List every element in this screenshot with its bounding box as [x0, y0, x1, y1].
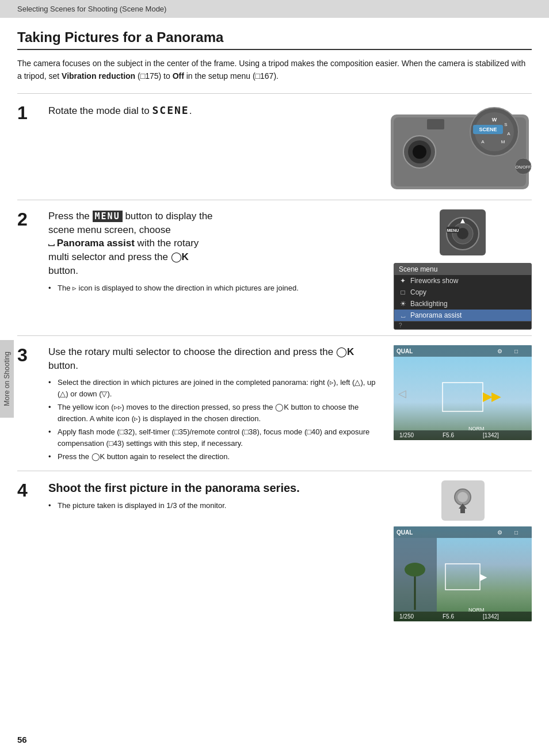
step-3-bullet-3: Apply flash mode (□32), self-timer (□35)…	[48, 426, 384, 449]
svg-rect-25	[394, 345, 532, 357]
step-3-bullet-2: The yellow icon (▹▹) moves to the direct…	[48, 402, 384, 424]
intro-bold: Vibration reduction	[62, 71, 135, 81]
svg-text:SCENE: SCENE	[479, 127, 497, 132]
step-1-body: Rotate the mode dial to SCENE.	[48, 103, 532, 194]
svg-text:⚙: ⚙	[497, 348, 502, 354]
svg-text:[1342]: [1342]	[483, 432, 499, 438]
step-2: 2 Press the MENU button to display thesc…	[17, 200, 532, 335]
svg-rect-41	[460, 509, 465, 513]
step-4: 4 Shoot the first picture in the panoram…	[17, 471, 532, 627]
panorama-assist-label: ⎵ Panorama assist	[48, 238, 135, 249]
svg-text:W: W	[492, 117, 497, 123]
header-bar: Selecting Scenes for Shooting (Scene Mod…	[0, 0, 549, 18]
scene-menu-item-backlighting: ☀ Backlighting	[394, 298, 531, 310]
svg-text:[1342]: [1342]	[483, 613, 499, 620]
step-3-bullets: Select the direction in which pictures a…	[48, 377, 384, 463]
step-3-bullet-1: Select the direction in which pictures a…	[48, 377, 384, 399]
page-title: Taking Pictures for a Panorama	[17, 29, 532, 50]
step-1-image: W S A M A SCENE ON/OFF	[388, 103, 532, 194]
svg-text:▶: ▶	[480, 572, 487, 582]
step-4-number: 4	[17, 480, 40, 501]
intro-paragraph: The camera focuses on the subject in the…	[17, 57, 532, 83]
svg-point-39	[458, 492, 468, 502]
svg-point-49	[405, 563, 425, 576]
svg-text:F5.6: F5.6	[443, 432, 454, 438]
fireworks-label: Fireworks show	[410, 277, 458, 285]
svg-text:QUAL: QUAL	[396, 529, 413, 536]
svg-rect-16	[427, 119, 444, 129]
backlighting-icon: ☀	[399, 300, 407, 308]
backlighting-label: Backlighting	[410, 300, 448, 308]
step-1-scene: SCENE	[152, 104, 189, 116]
shoot-icon-box	[441, 480, 485, 521]
svg-text:QUAL: QUAL	[396, 348, 413, 354]
svg-text:A: A	[507, 131, 510, 136]
step-3-image: QUAL ⚙ □ ◁ ▶▶ 1/250 F5.6 [1342]	[394, 345, 532, 442]
panorama-label: Panorama assist	[410, 311, 462, 319]
svg-rect-43	[394, 526, 532, 538]
menu-button-image: MENU	[440, 209, 486, 257]
step-3-bullet-4: Press the ◯K button again to reselect th…	[48, 451, 384, 463]
step-2-body: Press the MENU button to display thescen…	[48, 209, 532, 330]
step-1-instruction: Rotate the mode dial to SCENE.	[48, 103, 388, 118]
svg-point-4	[413, 145, 426, 159]
svg-text:F5.6: F5.6	[443, 613, 454, 620]
copy-label: Copy	[410, 288, 426, 296]
svg-text:□: □	[514, 348, 518, 354]
step-2-instruction: Press the MENU button to display thescen…	[48, 209, 384, 278]
svg-text:⚙: ⚙	[497, 529, 502, 536]
sidebar-tab: More on Shooting	[0, 340, 14, 418]
svg-text:S: S	[504, 122, 507, 127]
step-3-body: Use the rotary multi selector to choose …	[48, 345, 532, 465]
scene-menu-item-copy: □ Copy	[394, 287, 531, 298]
svg-text:◁: ◁	[398, 388, 406, 399]
scene-menu-title: Scene menu	[394, 264, 531, 275]
svg-text:MENU: MENU	[447, 228, 459, 232]
step-4-bullet-1: The picture taken is displayed in 1/3 of…	[48, 500, 384, 511]
step-3-number: 3	[17, 345, 40, 365]
svg-text:A: A	[481, 139, 485, 144]
header-text: Selecting Scenes for Shooting (Scene Mod…	[17, 5, 166, 13]
scene-menu-item-panorama: ⎵ Panorama assist	[394, 310, 531, 321]
scene-menu-item-fireworks: ✦ Fireworks show	[394, 275, 531, 287]
svg-text:1/250: 1/250	[399, 432, 414, 438]
page-number: 56	[17, 735, 27, 744]
step-1: 1 Rotate the mode dial to SCENE.	[17, 93, 532, 200]
step-4-image: QUAL ⚙ □ ▶ 1/250	[394, 480, 532, 621]
step-3-instruction: Use the rotary multi selector to choose …	[48, 345, 384, 373]
svg-rect-52	[394, 612, 532, 621]
step-2-bullets: The ▹ icon is displayed to show the dire…	[48, 282, 384, 294]
main-content: Taking Pictures for a Panorama The camer…	[0, 18, 549, 639]
copy-icon: □	[399, 288, 407, 296]
sidebar-label: More on Shooting	[3, 352, 11, 406]
step-4-instruction: Shoot the first picture in the panorama …	[48, 480, 384, 495]
menu-button-label: MENU	[93, 211, 123, 222]
step-2-number: 2	[17, 209, 40, 230]
svg-text:▶▶: ▶▶	[483, 390, 501, 403]
svg-text:ON/OFF: ON/OFF	[516, 165, 531, 169]
step-4-bullets: The picture taken is displayed in 1/3 of…	[48, 500, 384, 511]
svg-rect-32	[394, 430, 532, 440]
svg-rect-24	[394, 345, 532, 440]
svg-text:M: M	[501, 139, 505, 144]
svg-text:□: □	[514, 529, 518, 536]
step-3: 3 Use the rotary multi selector to choos…	[17, 335, 532, 471]
svg-text:NORM: NORM	[468, 426, 485, 432]
step-2-bullet-1: The ▹ icon is displayed to show the dire…	[48, 282, 384, 294]
fireworks-icon: ✦	[399, 277, 407, 285]
intro-off: Off	[173, 71, 184, 81]
panorama-icon: ⎵	[399, 311, 407, 319]
step-4-body: Shoot the first picture in the panorama …	[48, 480, 532, 621]
svg-text:1/250: 1/250	[399, 613, 414, 620]
svg-text:NORM: NORM	[468, 607, 485, 613]
scene-menu: Scene menu ✦ Fireworks show □ Copy ☀ Bac…	[394, 263, 532, 330]
step-1-number: 1	[17, 103, 40, 123]
